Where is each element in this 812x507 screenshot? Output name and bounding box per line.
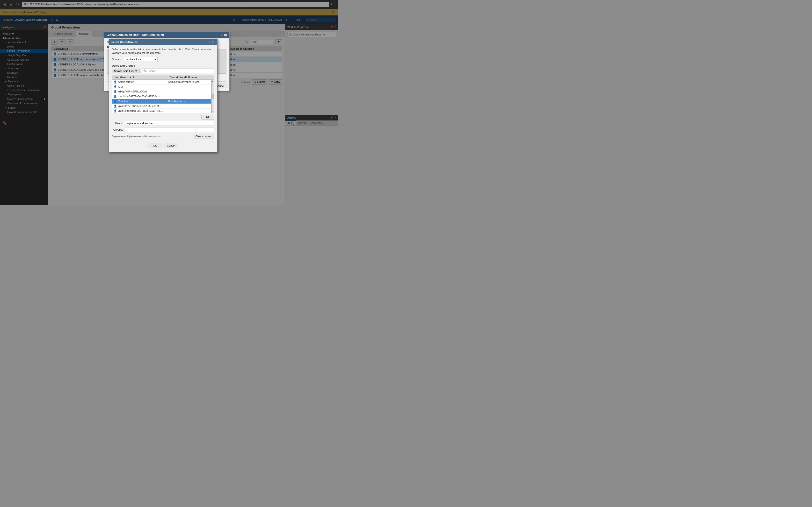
users-field-input[interactable] <box>125 121 214 126</box>
scroll-thumb[interactable] <box>212 94 214 99</box>
select-users-dialog: Select Users/Groups ? ✕ Select users fro… <box>109 39 217 152</box>
scroll-up-icon: ▲ <box>212 80 214 82</box>
su-table-wrapper: 👤Administrator Administrator vsphere.loc… <box>112 79 214 113</box>
scrollbar[interactable]: ▲ ▼ <box>211 79 214 113</box>
su-filter-row: Show Users First ▼ 🔍 <box>112 68 214 73</box>
show-users-label: Show Users First <box>114 69 134 72</box>
select-users-title: Select Users/Groups <box>111 41 138 44</box>
separate-label: Separate multiple names with semicolons <box>112 135 161 138</box>
col-desc-header: Description/Full name <box>168 75 214 79</box>
dialog-title-actions: ? ⬢ <box>221 33 227 37</box>
add-btn-row: Add <box>112 115 214 119</box>
su-table-body: 👤Administrator Administrator vsphere.loc… <box>112 79 211 113</box>
select-users-body: Select users from the list or type names… <box>109 45 217 152</box>
user-icon-sm: 👤 <box>114 100 117 103</box>
check-names-button[interactable]: Check names <box>193 134 214 139</box>
groups-field-label: Groups: <box>112 128 123 131</box>
users-groups-section-title: Users and Groups <box>112 64 214 67</box>
user-icon-sm: 👤 <box>114 90 117 93</box>
dropdown-chevron-icon: ▼ <box>135 69 138 72</box>
select-users-title-bar: Select Users/Groups ? ✕ <box>109 39 217 45</box>
users-field-row: Users: <box>112 121 214 126</box>
select-users-close-button[interactable]: ✕ <box>212 40 215 44</box>
users-field-label: Users: <box>112 122 123 125</box>
su-table-row[interactable]: 👤vpxd-3d271a6e-53a3-4253-9cd1-ff6... <box>112 104 211 109</box>
dialog-help-button[interactable]: ? <box>221 33 222 37</box>
show-users-first-button[interactable]: Show Users First ▼ <box>112 68 140 73</box>
select-users-ok-button[interactable]: OK <box>148 143 162 148</box>
col-user-group-label: User/Group <box>114 76 128 79</box>
user-icon-sm: 👤 <box>114 109 117 113</box>
groups-field-input[interactable] <box>125 127 214 132</box>
su-table-header: User/Group ▲ 2 Description/Full name <box>112 75 214 79</box>
domain-row: Domain: vsphere.local <box>112 57 214 62</box>
domain-label: Domain: <box>112 58 122 61</box>
su-ok-cancel-row: OK Cancel <box>112 141 214 150</box>
scroll-down-icon: ▼ <box>212 110 214 113</box>
groups-field-row: Groups: <box>112 127 214 132</box>
search-box: 🔍 <box>142 68 214 73</box>
add-to-users-button[interactable]: Add <box>201 115 214 119</box>
col-user-group-header[interactable]: User/Group ▲ 2 <box>112 75 168 79</box>
select-users-cancel-button[interactable]: Cancel <box>164 143 179 148</box>
add-permission-title: Global Permission Root - Add Permission <box>107 33 164 37</box>
sort-icon: ▲ <box>129 76 132 79</box>
su-table-row[interactable]: 👤K/M <box>112 84 211 89</box>
su-table-row[interactable]: 👤Administrator Administrator vsphere.loc… <box>112 80 211 84</box>
su-table-row[interactable]: 👤machine-3d271a6e-53a3-4253-9cd... <box>112 94 211 99</box>
search-icon: 🔍 <box>143 69 147 72</box>
user-icon-sm: 👤 <box>114 85 117 89</box>
users-search-input[interactable] <box>148 69 213 72</box>
user-icon-sm: 👤 <box>114 80 117 83</box>
select-users-desc: Select users from the list or type names… <box>112 48 214 55</box>
user-icon-sm: 👤 <box>114 95 117 98</box>
dialog-expand-button[interactable]: ⬢ <box>224 33 227 37</box>
su-table-row[interactable]: 👤krbtgt/VSPHERE.LOCAL <box>112 89 211 94</box>
select-users-help-button[interactable]: ? <box>209 40 210 44</box>
domain-select[interactable]: vsphere.local <box>124 57 158 62</box>
su-table-row-selected[interactable]: 👤Rancher Rancher Labs <box>112 99 211 104</box>
col-count: 2 <box>133 76 134 79</box>
su-bottom-row: Separate multiple names with semicolons … <box>112 134 214 139</box>
user-icon-sm: 👤 <box>114 105 117 108</box>
add-permission-title-bar: Global Permission Root - Add Permission … <box>104 32 230 38</box>
su-table-row[interactable]: 👤vpxd-extension-3d271a6e-53a3-425... <box>112 109 211 113</box>
select-users-title-actions: ? ✕ <box>209 40 215 44</box>
